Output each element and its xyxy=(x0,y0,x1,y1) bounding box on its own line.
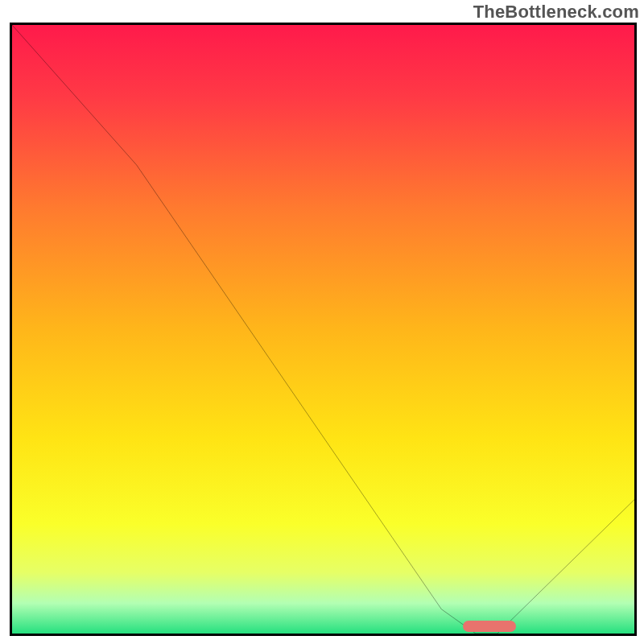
watermark-text: TheBottleneck.com xyxy=(473,2,639,23)
curve-path xyxy=(12,25,634,634)
plot-area xyxy=(10,23,637,636)
bottleneck-curve xyxy=(12,25,634,634)
optimum-marker xyxy=(463,621,516,632)
chart-frame: TheBottleneck.com xyxy=(0,0,644,644)
